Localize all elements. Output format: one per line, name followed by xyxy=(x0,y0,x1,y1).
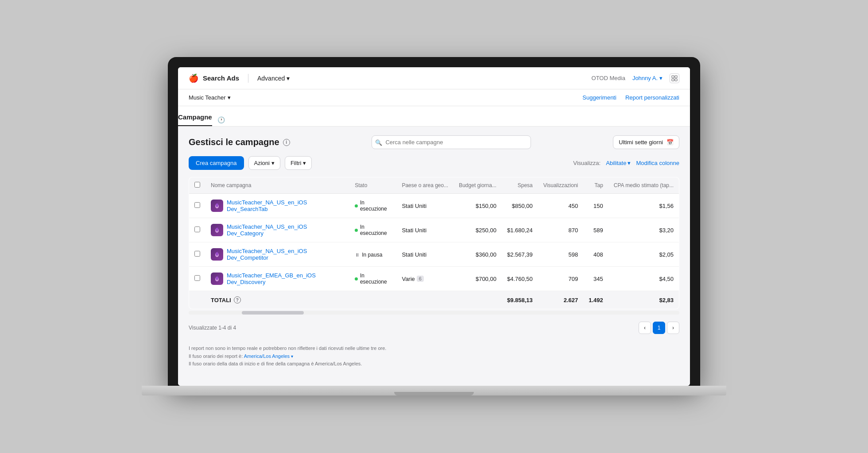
search-bar-container: 🔍 xyxy=(372,135,531,149)
apple-logo-icon: 🍎 xyxy=(189,73,198,83)
info-icon[interactable]: i xyxy=(283,139,290,146)
svg-point-7 xyxy=(216,228,218,231)
budget-cell: $250,00 xyxy=(453,218,502,242)
toolbar: Crea campagna Azioni ▾ Filtri ▾ Visu xyxy=(189,156,679,170)
layout-toggle[interactable] xyxy=(670,73,679,83)
abilitate-dropdown[interactable]: Abilitate ▾ xyxy=(606,160,631,166)
spend-cell: $4.760,50 xyxy=(502,267,538,291)
status-badge: ⏸ In pausa xyxy=(355,252,382,258)
reports-link[interactable]: Report personalizzati xyxy=(625,94,679,101)
azioni-dropdown[interactable]: Azioni ▾ xyxy=(248,156,280,170)
budget-cell: $360,00 xyxy=(453,242,502,267)
svg-point-5 xyxy=(216,203,218,207)
timezone-link[interactable]: America/Los Angeles xyxy=(244,353,290,359)
row-checkbox[interactable] xyxy=(194,226,200,232)
footer-notes: I report non sono in tempo reale e potre… xyxy=(189,339,679,368)
campaign-name[interactable]: MusicTeacher_NA_US_en_iOS Dev_Category xyxy=(227,223,344,237)
chevron-down-icon: ▾ xyxy=(271,160,275,166)
calendar-icon: 📅 xyxy=(666,139,674,146)
svg-rect-3 xyxy=(675,79,677,81)
footer-note-2: Il fuso orario dei report è: America/Los… xyxy=(189,353,679,361)
totali-info-icon[interactable]: ? xyxy=(234,296,241,303)
svg-point-11 xyxy=(216,276,218,280)
section-title: Gestisci le campagne i xyxy=(189,137,290,147)
cpa-cell: $1,56 xyxy=(608,194,679,218)
otod-label: OTOD Media xyxy=(592,75,625,81)
varie-count: 6 xyxy=(417,276,424,282)
section-header: Gestisci le campagne i 🔍 Ultimi sette gi… xyxy=(189,135,679,149)
spend-cell: $850,00 xyxy=(502,194,538,218)
suggestions-link[interactable]: Suggerimenti xyxy=(582,94,616,101)
campaign-name[interactable]: MusicTeacher_EMEA_GB_en_iOS Dev_Discover… xyxy=(227,272,344,285)
row-checkbox[interactable] xyxy=(194,251,200,257)
budget-cell: $150,00 xyxy=(453,194,502,218)
taps-cell: 408 xyxy=(583,242,608,267)
col-stato: Stato xyxy=(349,177,396,194)
col-spesa: Spesa xyxy=(502,177,538,194)
search-icon: 🔍 xyxy=(375,139,382,146)
history-icon[interactable]: 🕐 xyxy=(217,116,225,123)
app-selector[interactable]: Music Teacher ▾ xyxy=(189,94,231,101)
cpa-cell: $2,05 xyxy=(608,242,679,267)
impressions-cell: 870 xyxy=(538,218,584,242)
budget-cell: $700,00 xyxy=(453,267,502,291)
campaign-name[interactable]: MusicTeacher_NA_US_en_iOS Dev_SearchTab xyxy=(227,199,344,212)
visualizza-label: Visualizza: xyxy=(573,160,601,166)
col-cpa: CPA medio stimato (tap... xyxy=(608,177,679,194)
modifica-colonne-button[interactable]: Modifica colonne xyxy=(636,160,679,166)
app-icon xyxy=(211,248,223,261)
date-picker[interactable]: Ultimi sette giorni 📅 xyxy=(613,135,679,149)
chevron-down-icon: ▾ xyxy=(659,75,663,81)
country-cell: Stati Uniti xyxy=(396,194,453,218)
chevron-down-icon: ▾ xyxy=(628,160,631,166)
col-budget: Budget giorna... xyxy=(453,177,502,194)
totals-impressions: 2.627 xyxy=(538,291,584,309)
svg-rect-2 xyxy=(672,79,674,81)
app-icon xyxy=(211,224,223,236)
horizontal-scrollbar[interactable] xyxy=(189,311,679,315)
totals-row: TOTALI ? $9.858,13 2.627 1.492 xyxy=(189,291,679,309)
taps-cell: 589 xyxy=(583,218,608,242)
tab-campagne[interactable]: Campagne xyxy=(178,113,212,126)
col-visualizzazioni: Visualizzazioni xyxy=(538,177,584,194)
table-row: MusicTeacher_NA_US_en_iOS Dev_Category I… xyxy=(189,218,679,242)
create-campaign-button[interactable]: Crea campagna xyxy=(189,156,244,170)
footer-note-3: Il fuso orario della data di inizio e di… xyxy=(189,360,679,368)
spend-cell: $1.680,24 xyxy=(502,218,538,242)
search-input[interactable] xyxy=(372,135,531,149)
filtri-dropdown[interactable]: Filtri ▾ xyxy=(285,156,312,170)
top-nav-left: 🍎 Search Ads Advanced ▾ xyxy=(189,73,290,83)
totali-label: TOTALI xyxy=(211,297,231,303)
advanced-dropdown[interactable]: Advanced ▾ xyxy=(257,75,290,82)
chevron-down-icon: ▾ xyxy=(287,75,290,82)
svg-rect-1 xyxy=(675,76,677,78)
campaign-name[interactable]: MusicTeacher_NA_US_en_iOS Dev_Competitor xyxy=(227,248,344,261)
status-badge: In esecuzione xyxy=(355,273,391,285)
cpa-cell: $4,50 xyxy=(608,267,679,291)
chevron-down-icon: ▾ xyxy=(228,94,231,101)
user-dropdown[interactable]: Johnny A. ▾ xyxy=(632,75,663,81)
page-1-button[interactable]: 1 xyxy=(653,322,665,334)
col-nome: Nome campagna xyxy=(205,177,349,194)
cpa-cell: $3,20 xyxy=(608,218,679,242)
chevron-down-icon: ▾ xyxy=(303,160,306,166)
status-badge: In esecuzione xyxy=(355,200,391,212)
campaign-table: Nome campagna Stato Paese o area geo... … xyxy=(189,177,679,309)
pause-icon: ⏸ xyxy=(355,252,360,257)
table-row: MusicTeacher_NA_US_en_iOS Dev_SearchTab … xyxy=(189,194,679,218)
row-checkbox[interactable] xyxy=(194,202,200,208)
pagination-info: Visualizzate 1-4 di 4 xyxy=(189,325,236,331)
next-page-button[interactable]: › xyxy=(667,322,679,334)
pagination-controls: ‹ 1 › xyxy=(639,322,679,334)
row-checkbox[interactable] xyxy=(194,275,200,281)
scrollbar-thumb[interactable] xyxy=(242,311,304,315)
impressions-cell: 598 xyxy=(538,242,584,267)
sub-nav-links: Suggerimenti Report personalizzati xyxy=(582,94,679,101)
toolbar-left: Crea campagna Azioni ▾ Filtri ▾ xyxy=(189,156,312,170)
prev-page-button[interactable]: ‹ xyxy=(639,322,651,334)
country-cell: Stati Uniti xyxy=(396,242,453,267)
top-nav-right: OTOD Media Johnny A. ▾ xyxy=(592,73,679,83)
select-all-checkbox[interactable] xyxy=(194,182,200,188)
impressions-cell: 450 xyxy=(538,194,584,218)
col-tap: Tap xyxy=(583,177,608,194)
